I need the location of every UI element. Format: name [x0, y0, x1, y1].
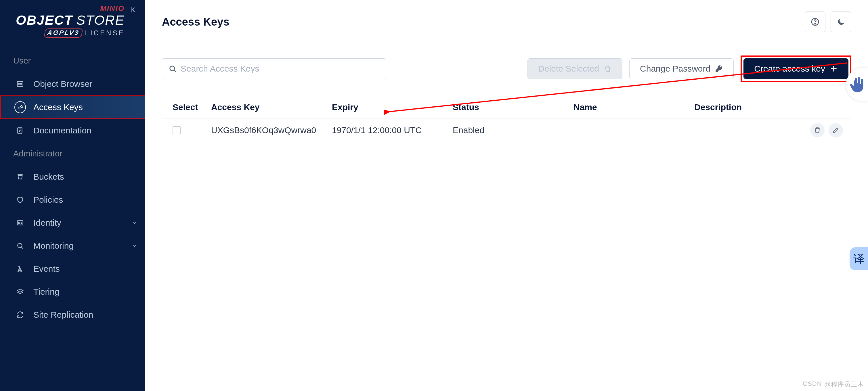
sidebar-item-label: Site Replication	[33, 310, 93, 320]
row-delete-button[interactable]	[810, 123, 825, 137]
row-edit-button[interactable]	[829, 123, 843, 137]
key-icon	[14, 101, 26, 113]
chevron-down-icon	[131, 218, 137, 228]
svg-point-7	[19, 222, 20, 223]
col-name: Name	[570, 102, 691, 112]
page-title: Access Keys	[162, 16, 229, 28]
identity-icon	[14, 217, 26, 229]
chevron-down-icon	[131, 241, 137, 251]
col-expiry: Expiry	[329, 102, 450, 112]
sidebar-item-label: Identity	[33, 218, 61, 228]
brand-vendor: MINIO	[100, 4, 125, 13]
sidebar-item-site-replication[interactable]: Site Replication	[0, 303, 145, 326]
sidebar-section-user: User	[0, 49, 145, 72]
watermark-author: @程序员三木	[824, 380, 864, 389]
delete-selected-button: Delete Selected	[527, 58, 622, 79]
create-access-key-button[interactable]: Create access key	[743, 58, 848, 79]
sidebar-item-access-keys[interactable]: Access Keys	[0, 95, 145, 119]
lambda-icon	[14, 263, 26, 274]
sidebar-collapse-button[interactable]	[129, 5, 138, 14]
svg-point-3	[21, 84, 22, 84]
sidebar-item-tiering[interactable]: Tiering	[0, 280, 145, 303]
sidebar-item-label: Access Keys	[33, 102, 83, 112]
replication-icon	[14, 309, 26, 321]
brand-license-badge: AGPLV3	[44, 29, 83, 38]
sidebar-item-policies[interactable]: Policies	[0, 188, 145, 211]
search-icon	[168, 65, 177, 73]
toolbar: Delete Selected Change Password Create a…	[162, 56, 851, 82]
help-icon	[810, 17, 820, 27]
bucket-icon	[14, 171, 26, 183]
sidebar-section-admin: Administrator	[0, 142, 145, 165]
logo-block: MINIO OBJECT STORE AGPLV3 LICENSE	[0, 4, 145, 49]
brand-product-a: OBJECT	[16, 12, 73, 28]
sidebar-item-monitoring[interactable]: Monitoring	[0, 234, 145, 257]
help-button[interactable]	[805, 11, 826, 32]
sidebar-item-documentation[interactable]: Documentation	[0, 119, 145, 142]
hand-icon	[848, 75, 866, 94]
page-header: Access Keys	[145, 0, 868, 44]
col-status: Status	[450, 102, 570, 112]
sidebar-item-identity[interactable]: Identity	[0, 211, 145, 234]
col-select: Select	[168, 102, 208, 112]
shield-icon	[14, 194, 26, 205]
table-row[interactable]: UXGsBs0f6KOq3wQwrwa0 1970/1/1 12:00:00 U…	[162, 119, 851, 142]
svg-point-1	[19, 84, 19, 84]
sidebar-item-object-browser[interactable]: Object Browser	[0, 72, 145, 95]
create-highlight-box: Create access key	[741, 56, 851, 82]
sidebar-item-label: Monitoring	[33, 241, 74, 251]
trash-icon	[604, 65, 612, 73]
trash-icon	[814, 127, 821, 134]
button-label: Create access key	[754, 64, 825, 74]
watermark: CSDN @程序员三木	[803, 380, 864, 389]
sidebar-item-label: Tiering	[33, 287, 60, 297]
access-keys-table: Select Access Key Expiry Status Name Des…	[162, 96, 851, 142]
documentation-icon	[14, 125, 26, 136]
col-description: Description	[691, 102, 799, 112]
collapse-icon	[130, 6, 137, 13]
svg-point-4	[18, 107, 20, 109]
sidebar-item-buckets[interactable]: Buckets	[0, 165, 145, 188]
pencil-icon	[832, 127, 839, 134]
table-header-row: Select Access Key Expiry Status Name Des…	[162, 96, 851, 119]
cell-expiry: 1970/1/1 12:00:00 UTC	[329, 125, 450, 135]
translate-char: 译	[853, 251, 865, 267]
sidebar-item-label: Policies	[33, 195, 63, 205]
brand-product-b: STORE	[76, 12, 125, 28]
cell-access-key: UXGsBs0f6KOq3wQwrwa0	[208, 125, 329, 135]
sidebar-item-label: Documentation	[33, 126, 91, 135]
monitoring-icon	[14, 240, 26, 252]
bucket-browse-icon	[14, 78, 26, 90]
translate-float-button[interactable]: 译	[849, 247, 868, 270]
watermark-site: CSDN	[803, 380, 822, 389]
sidebar: MINIO OBJECT STORE AGPLV3 LICENSE User O…	[0, 0, 145, 391]
moon-icon	[836, 17, 845, 27]
sidebar-item-events[interactable]: Events	[0, 257, 145, 280]
content-area: Delete Selected Change Password Create a…	[145, 44, 868, 142]
svg-point-8	[18, 243, 22, 248]
svg-point-2	[20, 84, 21, 84]
sidebar-item-label: Object Browser	[33, 79, 92, 89]
change-password-button[interactable]: Change Password	[629, 58, 734, 79]
dark-mode-button[interactable]	[831, 11, 851, 32]
main-panel: Access Keys Delete Selected Change Passw…	[145, 0, 868, 391]
search-input[interactable]	[181, 64, 380, 74]
brand-license-text: LICENSE	[85, 29, 125, 37]
sidebar-item-label: Events	[33, 264, 60, 274]
cell-status: Enabled	[450, 125, 570, 135]
button-label: Delete Selected	[538, 64, 599, 74]
row-checkbox[interactable]	[173, 126, 181, 134]
svg-point-10	[815, 23, 816, 24]
col-access-key: Access Key	[208, 102, 329, 112]
plus-icon	[830, 65, 838, 73]
svg-point-11	[170, 66, 175, 71]
search-field-wrap[interactable]	[162, 58, 386, 79]
sidebar-item-label: Buckets	[33, 172, 64, 182]
button-label: Change Password	[640, 64, 710, 74]
key-icon-small	[715, 65, 723, 73]
layers-icon	[14, 286, 26, 298]
